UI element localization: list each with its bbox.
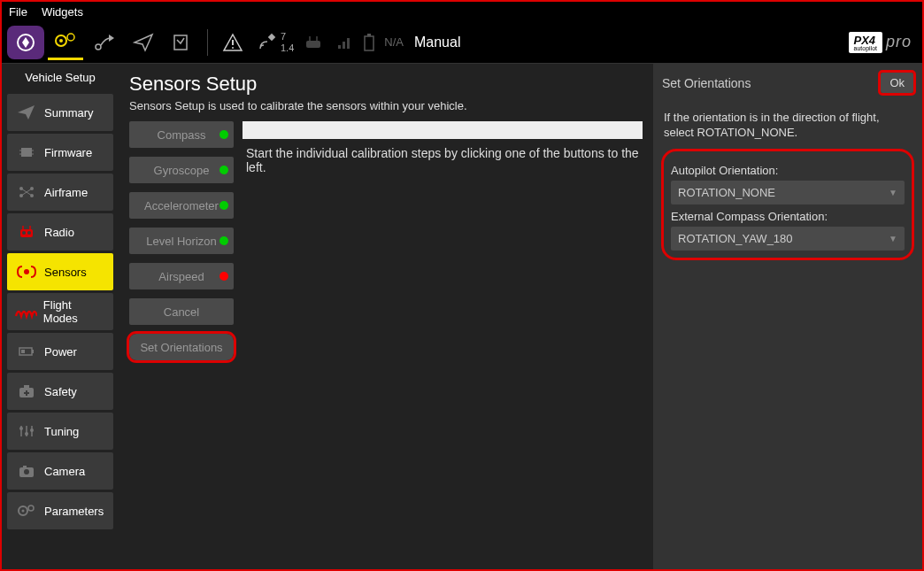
svg-point-46	[24, 469, 29, 475]
sidebar-item-label: Sensors	[44, 266, 87, 279]
autopilot-orientation-select[interactable]: ROTATION_NONE▼	[671, 181, 905, 204]
orientation-group: Autopilot Orientation: ROTATION_NONE▼ Ex…	[664, 151, 912, 258]
sidebar-item-label: Flight Modes	[43, 298, 106, 325]
status-dot-green	[219, 166, 228, 174]
compass-button[interactable]: Compass	[129, 121, 234, 148]
sidebar-item-airframe[interactable]: Airframe	[7, 174, 113, 211]
level-horizon-button[interactable]: Level Horizon	[129, 228, 234, 254]
calibration-buttons: Compass Gyroscope Accelerometer Level Ho…	[129, 121, 239, 369]
sidebar: Vehicle Setup Summary Firmware Airframe …	[2, 64, 119, 569]
svg-point-29	[22, 231, 26, 235]
content: Sensors Setup Sensors Setup is used to c…	[119, 64, 922, 569]
sidebar-item-firmware[interactable]: Firmware	[7, 134, 113, 171]
airspeed-button[interactable]: Airspeed	[129, 263, 234, 289]
svg-point-2	[59, 39, 63, 42]
main-area: Vehicle Setup Summary Firmware Airframe …	[2, 64, 922, 569]
chevron-down-icon: ▼	[889, 188, 897, 197]
sidebar-item-radio[interactable]: Radio	[7, 213, 113, 251]
status-dot-green	[219, 236, 228, 245]
panel-header: Set Orientations Ok	[653, 64, 922, 102]
svg-rect-14	[347, 38, 350, 49]
svg-rect-15	[365, 36, 373, 50]
page-description: Sensors Setup is used to calibrate the s…	[129, 99, 643, 112]
sidebar-item-safety[interactable]: Safety	[7, 373, 113, 410]
menubar: File Widgets	[2, 2, 922, 21]
analyze-icon[interactable]	[165, 25, 200, 60]
page-title: Sensors Setup	[129, 73, 643, 96]
center-panel: Sensors Setup Sensors Setup is used to c…	[119, 64, 653, 569]
instruction-text: Start the individual calibration steps b…	[239, 139, 643, 174]
gears-icon	[14, 500, 39, 521]
set-orientations-button[interactable]: Set Orientations	[129, 334, 234, 360]
svg-point-42	[19, 427, 23, 430]
airframe-icon	[14, 181, 39, 203]
svg-rect-35	[32, 350, 34, 353]
toolbar: 7 1.4 N/A Manual PX4 autopilot pro	[2, 21, 922, 64]
radio-icon	[14, 221, 39, 243]
panel-title: Set Orientations	[662, 76, 751, 90]
svg-point-30	[27, 231, 31, 235]
warning-icon[interactable]	[215, 25, 250, 60]
rc-icon	[296, 25, 331, 60]
cancel-button[interactable]: Cancel	[129, 298, 234, 325]
status-dot-red	[219, 272, 228, 281]
brand-logo: PX4 autopilot pro	[849, 32, 912, 53]
status-dot-green	[219, 130, 228, 139]
panel-note: If the orientation is in the direction o…	[664, 111, 912, 141]
svg-point-7	[232, 47, 234, 49]
sidebar-item-flightmodes[interactable]: Flight Modes	[7, 293, 113, 330]
setup-gears-icon[interactable]	[48, 25, 83, 60]
orientations-panel: Set Orientations Ok If the orientation i…	[653, 64, 922, 569]
autopilot-orientation-label: Autopilot Orientation:	[671, 164, 905, 177]
flightmodes-icon	[14, 301, 38, 322]
sidebar-title: Vehicle Setup	[2, 67, 119, 91]
sidebar-item-label: Camera	[44, 465, 85, 478]
sidebar-item-sensors[interactable]: Sensors	[7, 253, 113, 290]
chevron-down-icon: ▼	[889, 234, 897, 243]
svg-rect-16	[367, 34, 371, 36]
flight-mode-label[interactable]: Manual	[414, 35, 460, 50]
app-logo-icon[interactable]	[7, 26, 44, 59]
svg-point-44	[30, 428, 34, 432]
sidebar-item-tuning[interactable]: Tuning	[7, 413, 113, 450]
svg-rect-13	[343, 42, 345, 49]
battery-icon	[14, 341, 39, 362]
toolbar-separator	[207, 29, 208, 56]
compass-orientation-select[interactable]: ROTATION_YAW_180▼	[671, 227, 905, 251]
svg-rect-38	[24, 385, 29, 388]
compass-orientation-label: External Compass Orientation:	[671, 210, 905, 223]
chip-icon	[14, 142, 39, 163]
satellite-icon[interactable]	[254, 25, 281, 60]
sidebar-item-summary[interactable]: Summary	[7, 94, 113, 131]
svg-rect-8	[268, 33, 275, 40]
sidebar-item-label: Parameters	[44, 505, 104, 518]
sidebar-item-label: Radio	[44, 226, 74, 239]
sidebar-item-power[interactable]: Power	[7, 333, 113, 370]
sidebar-item-label: Power	[44, 345, 77, 359]
svg-point-3	[67, 34, 74, 41]
gyroscope-button[interactable]: Gyroscope	[129, 157, 234, 183]
paper-plane-icon	[14, 102, 39, 123]
signal-icon	[335, 25, 356, 60]
svg-rect-47	[23, 466, 27, 467]
svg-point-50	[28, 505, 34, 511]
waypoints-icon[interactable]	[87, 25, 122, 60]
paper-plane-icon[interactable]	[126, 25, 161, 60]
menu-widgets[interactable]: Widgets	[42, 5, 83, 19]
sidebar-item-label: Airframe	[44, 186, 88, 199]
sliders-icon	[14, 421, 39, 442]
ok-button[interactable]: Ok	[881, 73, 913, 93]
camera-icon	[14, 460, 39, 482]
progress-bar	[243, 121, 643, 139]
menu-file[interactable]: File	[9, 5, 27, 19]
sidebar-item-camera[interactable]: Camera	[7, 452, 113, 490]
sidebar-item-parameters[interactable]: Parameters	[7, 492, 113, 529]
medkit-icon	[14, 381, 39, 402]
brand-pro: pro	[886, 33, 912, 51]
svg-rect-36	[21, 350, 25, 353]
svg-rect-12	[338, 45, 341, 49]
svg-point-33	[24, 269, 29, 274]
svg-point-43	[25, 432, 28, 436]
accelerometer-button[interactable]: Accelerometer	[129, 192, 234, 219]
sidebar-item-label: Summary	[44, 106, 94, 120]
